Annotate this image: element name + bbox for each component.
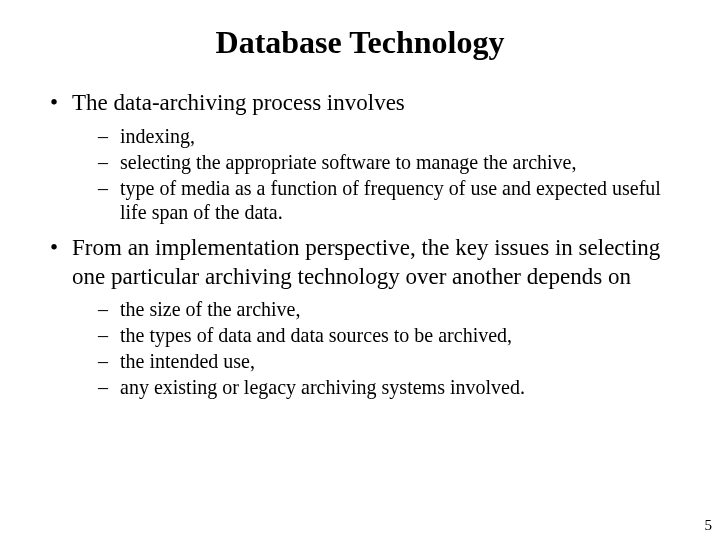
page-number: 5: [705, 517, 713, 534]
dash-icon: –: [98, 124, 108, 148]
bullet-dot-icon: •: [50, 89, 58, 118]
bullet-main-1: • The data-archiving process involves: [50, 89, 680, 118]
dash-icon: –: [98, 375, 108, 399]
bullet-sub: – selecting the appropriate software to …: [98, 150, 680, 174]
bullet-main-2-text: From an implementation perspective, the …: [72, 234, 680, 292]
dash-icon: –: [98, 150, 108, 174]
bullet-dot-icon: •: [50, 234, 58, 263]
bullet-sub-text: any existing or legacy archiving systems…: [120, 375, 525, 399]
dash-icon: –: [98, 323, 108, 347]
bullet-sub: – the size of the archive,: [98, 297, 680, 321]
bullet-sub-text: the size of the archive,: [120, 297, 300, 321]
bullet-sub: – type of media as a function of frequen…: [98, 176, 680, 224]
dash-icon: –: [98, 176, 108, 200]
bullet-main-1-text: The data-archiving process involves: [72, 89, 405, 118]
bullet-sub-text: the intended use,: [120, 349, 255, 373]
bullet-sub-text: type of media as a function of frequency…: [120, 176, 680, 224]
bullet-main-2: • From an implementation perspective, th…: [50, 234, 680, 292]
bullet-sub-text: the types of data and data sources to be…: [120, 323, 512, 347]
dash-icon: –: [98, 349, 108, 373]
bullet-sub: – any existing or legacy archiving syste…: [98, 375, 680, 399]
bullet-sub: – indexing,: [98, 124, 680, 148]
bullet-sub: – the types of data and data sources to …: [98, 323, 680, 347]
dash-icon: –: [98, 297, 108, 321]
bullet-sub-text: selecting the appropriate software to ma…: [120, 150, 576, 174]
bullet-sub-text: indexing,: [120, 124, 195, 148]
slide-title: Database Technology: [40, 24, 680, 61]
bullet-sub: – the intended use,: [98, 349, 680, 373]
